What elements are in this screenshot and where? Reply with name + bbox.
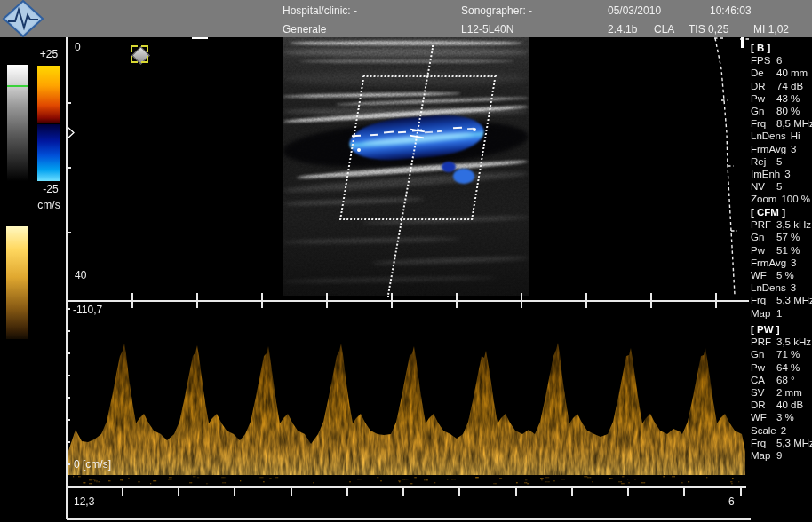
color-box[interactable] bbox=[339, 75, 497, 220]
setting-pw-pw: Pw64 % bbox=[751, 361, 812, 374]
setting-value: 5 % bbox=[776, 269, 794, 281]
flow-sparkle bbox=[357, 148, 361, 152]
setting-b-zoom: Zoom100 % bbox=[751, 193, 812, 205]
setting-value: 43 % bbox=[776, 92, 800, 105]
flow-sparkle bbox=[412, 129, 422, 131]
time-tick bbox=[234, 487, 235, 496]
time-tick bbox=[178, 487, 179, 496]
setting-value: 3 bbox=[784, 168, 790, 180]
cfm-colorbar-positive bbox=[37, 66, 60, 123]
depth-tick bbox=[66, 167, 71, 169]
bodymark-logo-marker bbox=[131, 45, 148, 63]
setting-label: Gn bbox=[751, 348, 772, 360]
setting-value: 71 % bbox=[776, 348, 800, 360]
timeline bbox=[67, 486, 746, 488]
setting-pw-map: Map9 bbox=[751, 449, 812, 462]
distance-tick bbox=[67, 293, 68, 308]
time-tick bbox=[458, 487, 460, 496]
setting-label: DR bbox=[751, 399, 772, 411]
setting-value: 8,5 MHz bbox=[776, 117, 812, 130]
distance-tick bbox=[456, 293, 458, 308]
panel-pw: [ PW ]PRF3,5 kHzGn71 %Pw64 %CA68 °SV2 mm… bbox=[751, 323, 812, 462]
cfm-scale-min: -25 bbox=[37, 183, 64, 195]
setting-label: DR bbox=[751, 80, 772, 92]
bracket-icon bbox=[141, 45, 148, 52]
setting-b-lndens: LnDensHi bbox=[751, 130, 812, 142]
setting-value: 51 % bbox=[776, 244, 800, 257]
cfm-scale-unit: cm/s bbox=[32, 199, 66, 211]
velocity-tick bbox=[66, 352, 70, 354]
setting-value: 80 % bbox=[776, 105, 800, 117]
setting-label: ImEnh bbox=[751, 168, 780, 180]
setting-value: 9 bbox=[776, 449, 782, 462]
setting-value: 57 % bbox=[776, 231, 800, 243]
setting-b-imenh: ImEnh3 bbox=[751, 168, 812, 180]
setting-value: 5 bbox=[776, 180, 782, 193]
panel-b-title: [ B ] bbox=[751, 42, 812, 54]
time-tick bbox=[740, 487, 742, 496]
setting-label: Map bbox=[751, 449, 772, 462]
preset-name: Generale bbox=[283, 23, 326, 36]
velocity-tick bbox=[66, 419, 70, 421]
time-tick bbox=[291, 487, 292, 496]
setting-label: Scale bbox=[751, 424, 776, 437]
setting-label: WF bbox=[751, 411, 772, 423]
setting-value: 74 dB bbox=[776, 80, 803, 92]
pw-colorbar bbox=[6, 226, 28, 339]
setting-b-frq: Frq8,5 MHz bbox=[751, 117, 812, 130]
setting-value: 6 bbox=[776, 54, 782, 67]
distance-tick bbox=[521, 293, 522, 308]
velocity-tick bbox=[66, 308, 70, 310]
time-tick bbox=[571, 487, 573, 496]
velocity-tick bbox=[66, 441, 70, 443]
exam-time: 10:46:03 bbox=[710, 4, 752, 17]
bracket-icon bbox=[141, 56, 148, 63]
setting-label: PRF bbox=[751, 218, 772, 231]
top-left-dash bbox=[192, 37, 208, 39]
pw-spectrum[interactable] bbox=[68, 301, 746, 486]
setting-cfm-lndens: LnDens3 bbox=[751, 281, 812, 294]
distance-tick bbox=[650, 293, 652, 308]
setting-label: FPS bbox=[751, 54, 772, 67]
setting-cfm-gn: Gn57 % bbox=[751, 231, 812, 243]
setting-label: Pw bbox=[751, 92, 772, 105]
setting-cfm-frq: Frq5,3 MHz bbox=[751, 294, 812, 306]
velocity-tick bbox=[66, 397, 70, 399]
setting-pw-prf: PRF3,5 kHz bbox=[751, 336, 812, 348]
setting-label: SV bbox=[751, 386, 772, 399]
setting-b-frmavg: FrmAvg3 bbox=[751, 143, 812, 155]
velocity-tick bbox=[66, 463, 70, 465]
setting-b-pw: Pw43 % bbox=[751, 92, 812, 105]
setting-value: 3,5 kHz bbox=[776, 336, 811, 348]
distance-tick bbox=[196, 293, 198, 308]
flow-sparkle bbox=[437, 130, 442, 132]
distance-tick bbox=[715, 293, 717, 308]
setting-label: CA bbox=[751, 374, 772, 386]
setting-label: LnDens bbox=[751, 130, 786, 142]
time-tick bbox=[122, 487, 123, 496]
setting-label: Zoom bbox=[751, 193, 776, 205]
distance-tick bbox=[585, 293, 587, 308]
left-ruler-line bbox=[66, 37, 68, 519]
setting-value: 5,3 MHz bbox=[776, 437, 812, 449]
bracket-icon bbox=[131, 45, 138, 52]
setting-cfm-wf: WF5 % bbox=[751, 269, 812, 281]
hospital-field: Hospital/clinic: - bbox=[283, 4, 357, 17]
setting-b-de: De40 mm bbox=[751, 67, 812, 79]
setting-cfm-map: Map1 bbox=[751, 307, 812, 320]
bmode-pw-separator bbox=[67, 300, 749, 302]
panel-b: [ B ]FPS6De40 mmDR74 dBPw43 %Gn80 %Frq8,… bbox=[751, 42, 812, 206]
setting-value: 2 mm bbox=[776, 386, 802, 399]
velocity-tick bbox=[66, 375, 70, 376]
setting-value: 5 bbox=[776, 155, 782, 168]
setting-pw-ca: CA68 ° bbox=[751, 374, 812, 386]
software-version: 2.4.1b bbox=[608, 23, 637, 36]
setting-label: Frq bbox=[751, 294, 772, 306]
setting-label: FrmAvg bbox=[751, 257, 786, 269]
setting-label: WF bbox=[751, 269, 772, 281]
velocity-baseline-label: 0 [cm/s] bbox=[74, 458, 111, 471]
setting-label: Map bbox=[751, 307, 772, 320]
setting-label: PRF bbox=[751, 336, 772, 348]
bottom-border bbox=[67, 518, 751, 520]
mi-value: MI 1,02 bbox=[753, 23, 789, 36]
